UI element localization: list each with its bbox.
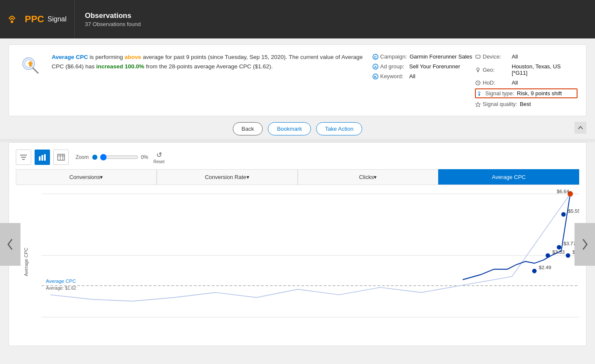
meta-hod: HoD: All <box>475 79 577 87</box>
chevron-up-icon <box>578 126 583 129</box>
magnifier-arrow-icon <box>19 54 41 76</box>
hod-label: HoD: <box>475 79 509 86</box>
chart-area: Average CPC $6.64 $3.32 $0 Average CPC <box>16 185 579 339</box>
keyword-value: All <box>409 73 415 79</box>
device-icon <box>475 54 481 60</box>
filter-icon <box>20 154 27 161</box>
svg-text:K: K <box>374 75 377 79</box>
svg-text:$6.64: $6.64 <box>557 189 569 194</box>
signal-quality-icon <box>475 101 481 107</box>
svg-text:$2.49: $2.49 <box>539 264 551 270</box>
svg-text:C: C <box>374 55 377 59</box>
zoom-dot <box>92 155 97 160</box>
bar-chart-button[interactable] <box>35 150 50 165</box>
signal-icon <box>8 12 21 26</box>
svg-rect-23 <box>44 154 46 161</box>
svg-point-43 <box>561 212 566 217</box>
bar-chart-icon <box>38 154 46 161</box>
table-icon <box>57 154 65 161</box>
zoom-pct: 0% <box>141 154 148 160</box>
chart-svg: $6.64 $3.32 $0 Average CPC Average: $1.6… <box>41 189 579 322</box>
bookmark-button[interactable]: Bookmark <box>268 122 311 135</box>
collapse-button[interactable] <box>574 122 586 134</box>
meta-left: C Campaign: Garmin Forerunner Sales A Ad… <box>372 53 475 108</box>
tab-conversions[interactable]: Conversions▾ <box>16 169 157 185</box>
svg-text:W25, 25 Jun: W25, 25 Jun <box>41 321 62 322</box>
keyword-icon: K <box>372 73 378 79</box>
obs-above: above <box>125 54 141 60</box>
adgroup-icon: A <box>372 64 378 70</box>
campaign-label: C Campaign: <box>372 53 407 60</box>
svg-text:W31, 06 Aug: W31, 06 Aug <box>286 321 309 322</box>
observations-header: Observations 37 Observations found <box>74 0 151 38</box>
svg-text:W33, 20 Aug: W33, 20 Aug <box>369 321 392 322</box>
geo-label: Geo: <box>475 67 509 73</box>
svg-point-12 <box>477 68 479 70</box>
svg-point-37 <box>532 269 536 273</box>
svg-point-39 <box>545 253 550 258</box>
signal-type-icon <box>478 91 484 97</box>
meta-campaign: C Campaign: Garmin Forerunner Sales <box>372 53 475 61</box>
obs-text-is: is performing <box>90 54 125 60</box>
svg-text:W36, 10 Sep: W36, 10 Sep <box>505 321 528 322</box>
svg-text:$3.77: $3.77 <box>563 241 576 246</box>
geo-value: Houston, Texas, US [*G11] <box>512 63 577 76</box>
y-axis-label: Average CPC <box>23 247 29 276</box>
reset-button[interactable]: ↺ Reset <box>153 151 164 164</box>
svg-rect-10 <box>476 55 480 58</box>
signal-quality-value: Best <box>520 101 531 107</box>
svg-line-15 <box>478 83 479 83</box>
svg-text:W30, 30 Jul: W30, 30 Jul <box>246 321 267 322</box>
keyword-label: K Keyword: <box>372 73 407 79</box>
filter-button[interactable] <box>16 150 31 165</box>
svg-point-41 <box>557 245 561 250</box>
reset-icon: ↺ <box>156 151 162 159</box>
observation-card: Average CPC is performing above average … <box>9 44 586 116</box>
tab-avg-cpc[interactable]: Average CPC <box>438 169 579 185</box>
hod-value: All <box>512 79 518 86</box>
svg-rect-24 <box>58 154 64 160</box>
header: PPC Signal Observations 37 Observations … <box>0 0 595 38</box>
chevron-right-icon <box>581 238 588 250</box>
device-value: All <box>512 53 518 60</box>
logo-signal: Signal <box>47 15 66 23</box>
svg-point-16 <box>478 94 480 96</box>
svg-text:W29, 23 Jul: W29, 23 Jul <box>205 321 226 322</box>
signal-type-label: Signal type: <box>478 90 514 97</box>
device-label: Device: <box>475 53 509 60</box>
svg-marker-17 <box>475 102 481 107</box>
tab-conversion-rate[interactable]: Conversion Rate▾ <box>157 169 298 185</box>
meta-keyword: K Keyword: All <box>372 72 475 80</box>
chart-outer: Zoom 0% ↺ Reset Conversions▾ Conversion … <box>9 142 586 346</box>
adgroup-label: A Ad group: <box>372 63 407 70</box>
logo-area: PPC Signal <box>0 0 74 38</box>
nav-prev-button[interactable] <box>0 223 21 266</box>
chart-controls: Zoom 0% ↺ Reset <box>16 150 579 165</box>
tab-clicks[interactable]: Clicks▾ <box>298 169 439 185</box>
nav-next-button[interactable] <box>574 223 595 266</box>
signal-quality-label: Signal quality: <box>475 101 517 107</box>
svg-rect-21 <box>39 156 41 161</box>
campaign-value: Garmin Forerunner Sales <box>410 53 472 60</box>
svg-text:W34, 27 Aug: W34, 27 Aug <box>410 321 433 322</box>
avg-cpc-link[interactable]: Average CPC <box>52 54 88 60</box>
take-action-button[interactable]: Take Action <box>316 122 363 135</box>
action-bar: Back Bookmark Take Action <box>9 116 586 139</box>
main-content: Average CPC is performing above average … <box>0 38 595 352</box>
adgroup-value: Sell Your Forerunner <box>409 63 460 70</box>
observations-count: 37 Observations found <box>85 21 141 27</box>
svg-text:Average CPC: Average CPC <box>46 278 76 284</box>
table-button[interactable] <box>53 150 69 165</box>
svg-text:A: A <box>374 65 377 69</box>
meta-geo: Geo: Houston, Texas, US [*G11] <box>475 62 577 77</box>
observation-text: Average CPC is performing above average … <box>52 53 364 71</box>
svg-point-45 <box>566 253 570 258</box>
divider <box>0 139 595 142</box>
chart-section: Zoom 0% ↺ Reset Conversions▾ Conversion … <box>9 142 586 346</box>
zoom-slider[interactable] <box>100 154 138 161</box>
signal-type-value: Risk, 9 points shift <box>517 90 562 97</box>
meta-signal-type: Signal type: Risk, 9 points shift <box>475 88 577 98</box>
svg-text:$5.55: $5.55 <box>568 208 579 213</box>
svg-text:W37, 17 Sep: W37, 17 Sep <box>559 321 579 322</box>
back-button[interactable]: Back <box>233 122 263 135</box>
